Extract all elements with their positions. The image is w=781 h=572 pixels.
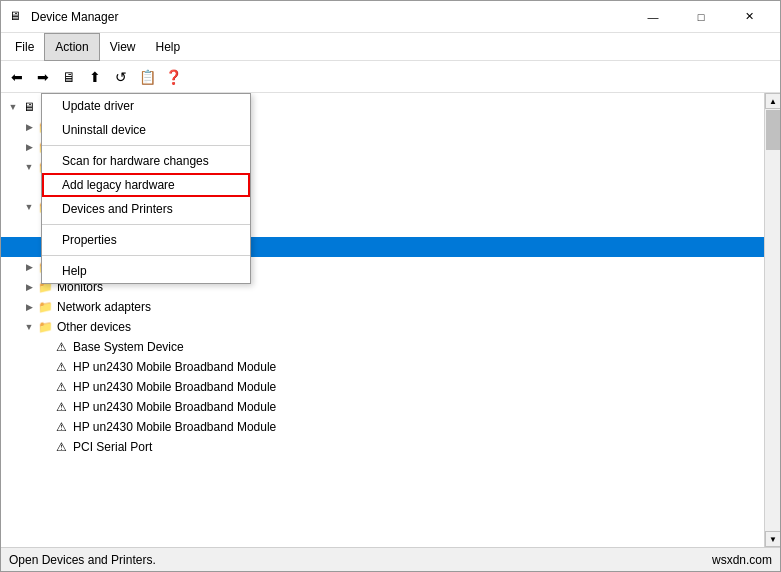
toolbar-btn-3[interactable]: 🖥 <box>57 65 81 89</box>
dropdown-item-devices-printers[interactable]: Devices and Printers <box>42 197 250 221</box>
tree-node-icon: ⚠ <box>53 439 69 455</box>
scrollbar-track[interactable] <box>765 109 780 531</box>
maximize-button[interactable]: □ <box>678 5 724 29</box>
tree-expand-icon[interactable]: ▼ <box>21 162 37 172</box>
tree-node-label: HP un2430 Mobile Broadband Module <box>73 360 276 374</box>
tree-node-label: Network adapters <box>57 300 151 314</box>
scroll-up-btn[interactable]: ▲ <box>765 93 780 109</box>
dropdown-item-properties[interactable]: Properties <box>42 228 250 252</box>
tree-node-label: Base System Device <box>73 340 184 354</box>
tree-node-icon: 📁 <box>37 299 53 315</box>
dropdown-item-help[interactable]: Help <box>42 259 250 283</box>
menu-bar: File Action View Help <box>1 33 780 61</box>
toolbar-btn-properties[interactable]: 📋 <box>135 65 159 89</box>
tree-item[interactable]: ⚠HP un2430 Mobile Broadband Module <box>1 397 764 417</box>
action-dropdown-menu: Update driverUninstall deviceScan for ha… <box>41 93 251 284</box>
tree-expand-icon[interactable]: ▶ <box>21 282 37 292</box>
dropdown-separator <box>42 224 250 225</box>
tree-expand-icon[interactable]: ▼ <box>5 102 21 112</box>
brand-text: wsxdn.com <box>712 553 772 567</box>
app-icon: 🖥 <box>9 9 25 25</box>
device-manager-window: 🖥 Device Manager — □ ✕ File Action View … <box>0 0 781 572</box>
menu-help[interactable]: Help <box>146 33 191 61</box>
dropdown-item-add-legacy[interactable]: Add legacy hardware <box>42 173 250 197</box>
tree-expand-icon[interactable]: ▼ <box>21 322 37 332</box>
scrollbar-right[interactable]: ▲ ▼ <box>764 93 780 547</box>
tree-node-label: HP un2430 Mobile Broadband Module <box>73 380 276 394</box>
dropdown-separator <box>42 145 250 146</box>
tree-node-label: HP un2430 Mobile Broadband Module <box>73 420 276 434</box>
tree-item[interactable]: ▼📁Other devices <box>1 317 764 337</box>
status-bar: Open Devices and Printers. wsxdn.com <box>1 547 780 571</box>
menu-file[interactable]: File <box>5 33 44 61</box>
tree-item[interactable]: ⚠HP un2430 Mobile Broadband Module <box>1 417 764 437</box>
tree-node-label: PCI Serial Port <box>73 440 152 454</box>
toolbar-btn-help[interactable]: ❓ <box>161 65 185 89</box>
tree-expand-icon[interactable]: ▶ <box>21 122 37 132</box>
toolbar-btn-refresh[interactable]: ↺ <box>109 65 133 89</box>
tree-item[interactable]: ⚠HP un2430 Mobile Broadband Module <box>1 357 764 377</box>
tree-node-icon: ⚠ <box>53 359 69 375</box>
menu-action[interactable]: Action <box>44 33 99 61</box>
tree-item[interactable]: ⚠PCI Serial Port <box>1 437 764 457</box>
tree-node-icon: ⚠ <box>53 339 69 355</box>
content-area: ▼🖥DESKTOP-PC▶📁IDE ATA/ATAPI controllers▶… <box>1 93 780 547</box>
tree-item[interactable]: ⚠Base System Device <box>1 337 764 357</box>
close-button[interactable]: ✕ <box>726 5 772 29</box>
tree-expand-icon[interactable]: ▼ <box>21 202 37 212</box>
dropdown-item-uninstall-device[interactable]: Uninstall device <box>42 118 250 142</box>
tree-expand-icon[interactable]: ▶ <box>21 302 37 312</box>
tree-node-label: HP un2430 Mobile Broadband Module <box>73 400 276 414</box>
tree-node-icon: 📁 <box>37 319 53 335</box>
tree-node-icon: 🖥 <box>21 99 37 115</box>
status-text: Open Devices and Printers. <box>9 553 156 567</box>
title-bar-left: 🖥 Device Manager <box>9 9 118 25</box>
toolbar: ⬅ ➡ 🖥 ⬆ ↺ 📋 ❓ <box>1 61 780 93</box>
title-bar: 🖥 Device Manager — □ ✕ <box>1 1 780 33</box>
dropdown-separator <box>42 255 250 256</box>
dropdown-item-scan-hardware[interactable]: Scan for hardware changes <box>42 149 250 173</box>
tree-node-icon: ⚠ <box>53 399 69 415</box>
tree-expand-icon[interactable]: ▶ <box>21 262 37 272</box>
tree-item[interactable]: ▶📁Network adapters <box>1 297 764 317</box>
tree-node-icon: ⚠ <box>53 379 69 395</box>
minimize-button[interactable]: — <box>630 5 676 29</box>
tree-item[interactable]: ⚠HP un2430 Mobile Broadband Module <box>1 377 764 397</box>
menu-view[interactable]: View <box>100 33 146 61</box>
scroll-down-btn[interactable]: ▼ <box>765 531 780 547</box>
toolbar-btn-2[interactable]: ➡ <box>31 65 55 89</box>
tree-node-label: Other devices <box>57 320 131 334</box>
window-controls: — □ ✕ <box>630 5 772 29</box>
window-title: Device Manager <box>31 10 118 24</box>
tree-expand-icon[interactable]: ▶ <box>21 142 37 152</box>
scrollbar-thumb[interactable] <box>766 110 780 150</box>
toolbar-btn-4[interactable]: ⬆ <box>83 65 107 89</box>
dropdown-item-update-driver[interactable]: Update driver <box>42 94 250 118</box>
toolbar-btn-1[interactable]: ⬅ <box>5 65 29 89</box>
tree-node-icon: ⚠ <box>53 419 69 435</box>
